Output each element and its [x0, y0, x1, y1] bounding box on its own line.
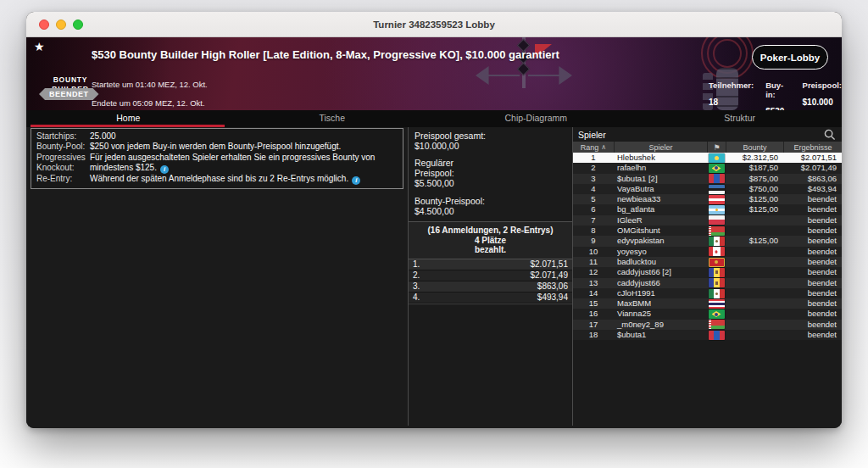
player-flag-cell: [707, 174, 726, 183]
info-row-label: Progressives Knockout:: [36, 153, 87, 174]
player-row[interactable]: 7IGleeRbeendet: [573, 215, 842, 226]
close-window-button[interactable]: [39, 20, 49, 30]
player-name: caddyjust66 [2]: [614, 267, 707, 277]
player-name: badlucktou: [614, 257, 707, 267]
canada-flag-icon: [709, 247, 725, 256]
player-name: MaxBMM: [614, 298, 707, 309]
player-flag-cell: [707, 185, 726, 194]
player-row[interactable]: 12caddyjust66 [2]beendet: [573, 267, 842, 277]
prize-pool-column: Preispool gesamt: $10.000,00 Regulärer P…: [409, 127, 572, 428]
info-icon[interactable]: i: [352, 176, 360, 185]
payout-row[interactable]: 3.$863,06: [409, 281, 572, 292]
player-name: Hlebushek: [614, 153, 707, 163]
status-badge: BEENDET: [39, 88, 99, 100]
zoom-window-button[interactable]: [73, 20, 83, 30]
player-bounty: $750,00: [726, 184, 783, 194]
banner-artwork-stem: [522, 37, 526, 88]
tab-home[interactable]: Home: [26, 110, 231, 127]
player-rank: 15: [573, 298, 614, 309]
payout-row[interactable]: 4.$493,94: [409, 292, 572, 304]
player-name: OMGitshunt: [614, 226, 707, 236]
player-name: edyvpakistan: [614, 236, 707, 246]
player-rank: 11: [573, 257, 614, 267]
player-result: $493,94: [783, 184, 842, 194]
banner-artwork-arc: [701, 37, 754, 80]
player-result: beendet: [783, 320, 842, 330]
argentina-flag-icon: [709, 205, 725, 214]
banner-artwork-arc: [707, 37, 748, 74]
player-row[interactable]: 10yoyesyobeendet: [573, 247, 842, 257]
poker-lobby-button[interactable]: Poker-Lobby: [752, 45, 828, 70]
player-row[interactable]: 4VayaButra$750,00$493,94: [573, 184, 842, 194]
payout-place: 3.: [413, 281, 420, 291]
regular-prizepool-value: $5.500,00: [415, 178, 566, 188]
player-name: VayaButra: [614, 184, 707, 194]
tab-tische[interactable]: Tische: [231, 110, 435, 127]
player-rank: 3: [573, 174, 614, 184]
player-rank: 8: [573, 226, 614, 236]
payout-row[interactable]: 2.$2.071,49: [409, 270, 572, 281]
player-name: caddyjust66: [614, 278, 707, 288]
stat-label: Teilnehmer:: [709, 81, 754, 90]
player-row[interactable]: 2rafaelhn$187,50$2.071,49: [573, 163, 842, 173]
player-row[interactable]: 5newbieaa33$125,00beendet: [573, 194, 842, 204]
search-icon[interactable]: [824, 129, 836, 141]
player-row[interactable]: 17_m0ney2_89beendet: [573, 320, 842, 330]
player-row[interactable]: 9edyvpakistan$125,00beendet: [573, 236, 842, 246]
player-rank: 6: [573, 204, 614, 214]
player-row[interactable]: 14cJloH1991beendet: [573, 288, 842, 298]
stat-preispool: Preispool:$10.000: [803, 81, 842, 110]
player-row[interactable]: 3$ubuta1 [2]$875,00$863,06: [573, 174, 842, 184]
player-rank: 18: [573, 330, 614, 340]
bounty-prizepool-value: $4.500,00: [415, 206, 566, 216]
info-row-label: Re-Entry:: [36, 174, 87, 185]
column-header-flag[interactable]: ⚑: [707, 142, 726, 153]
total-prizepool-value: $10.000,00: [415, 141, 566, 151]
stat-label: Preispool:: [803, 81, 842, 90]
player-name: $ubuta1: [614, 330, 707, 340]
player-rank: 10: [573, 247, 614, 257]
player-result: beendet: [783, 278, 842, 288]
column-header-name[interactable]: Spieler: [614, 142, 707, 153]
player-name: newbieaa33: [614, 194, 707, 204]
tab-struktur[interactable]: Struktur: [638, 110, 843, 127]
belarus-flag-icon: [709, 226, 725, 236]
mongolia-flag-icon: [709, 331, 725, 340]
payout-row[interactable]: 1.$2.071,51: [409, 259, 572, 270]
player-row[interactable]: 18$ubuta1beendet: [573, 330, 842, 340]
start-time-text: Startete um 01:40 MEZ, 12. Okt.: [92, 80, 208, 89]
austria-flag-icon: [709, 195, 725, 204]
info-row-value: $250 von jedem Buy-in werden dem Bounty-…: [90, 142, 398, 152]
stat-teilnehmer: Teilnehmer:18: [709, 81, 754, 110]
player-flag-cell: [707, 247, 726, 256]
player-row[interactable]: 1Hlebushek$2.312,50$2.071,51: [573, 153, 842, 163]
column-header-bounty[interactable]: Bounty: [726, 142, 783, 153]
window-titlebar[interactable]: Turnier 3482359523 Lobby: [26, 12, 842, 37]
payout-amount: $2.071,49: [531, 270, 569, 280]
info-row-label: Startchips:: [36, 131, 87, 142]
minimize-window-button[interactable]: [56, 20, 66, 30]
tab-chip-diagramm[interactable]: Chip-Diagramm: [434, 110, 638, 127]
player-row[interactable]: 16Vianna25beendet: [573, 309, 842, 319]
player-flag-cell: [707, 278, 726, 287]
player-rank: 12: [573, 267, 614, 277]
info-icon[interactable]: i: [160, 165, 169, 174]
column-header-rank[interactable]: Rang∧: [573, 142, 614, 153]
player-row[interactable]: 6bg_atlanta$125,00beendet: [573, 204, 842, 214]
player-name: Vianna25: [614, 309, 707, 319]
player-result: beendet: [783, 257, 842, 267]
end-time-text: Endete um 05:09 MEZ, 12. Okt.: [92, 98, 205, 108]
payout-amount: $2.071,51: [531, 259, 569, 269]
player-row[interactable]: 11badlucktoubeendet: [573, 257, 842, 267]
player-row[interactable]: 15MaxBMMbeendet: [573, 298, 842, 309]
player-result: beendet: [783, 204, 842, 214]
player-result: beendet: [783, 309, 842, 319]
players-table: 1Hlebushek$2.312,50$2.071,512rafaelhn$18…: [573, 153, 842, 340]
favorite-star-icon[interactable]: ★: [34, 40, 45, 53]
payout-amount: $863,06: [537, 281, 568, 291]
player-row[interactable]: 13caddyjust66beendet: [573, 278, 842, 288]
player-result: $2.071,49: [783, 163, 842, 173]
column-header-result[interactable]: Ergebnisse: [783, 142, 842, 153]
player-row[interactable]: 8OMGitshuntbeendet: [573, 226, 842, 236]
player-name: rafaelhn: [614, 163, 707, 173]
